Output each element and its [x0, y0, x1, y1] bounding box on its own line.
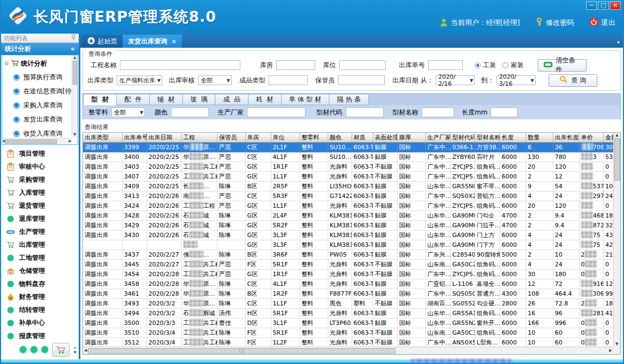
sidebar-item-5[interactable]: 退库管理	[1, 212, 79, 225]
tab-close-icon[interactable]: ×	[171, 38, 176, 45]
table-row[interactable]: 调拨出库34932020/3/2华原…陈琳C区1L1F整料黑色塑料不贴膜国标湖南…	[83, 298, 613, 308]
nav-dot-icon[interactable]	[20, 346, 27, 353]
sidebar-section-statistics[interactable]: 统计分析 «	[1, 43, 79, 55]
table-row[interactable]: 调拨出库34372020/2/27佛…陈琳B区3R6F整料PW056063-T5…	[83, 250, 613, 259]
close-button[interactable]: ×	[610, 1, 621, 10]
table-row[interactable]: 调拨出库34072020/2/25工共工程严思G区1L1F整料光身料6063-T…	[83, 171, 613, 181]
table-row[interactable]: 调拨出库34002020/2/25华原…严思C区4L1F整料SU10…6063-…	[83, 152, 613, 162]
table-row[interactable]: 调拨出库35102020/3/4工共工程陈琳F区5R1F整料光身料6063-T5…	[83, 328, 613, 337]
tree-item-0[interactable]: 预算执行查询	[4, 70, 72, 84]
table-row[interactable]: 调拨出库34282020/2/26石城陈琳G区2L4F整料KLM38176063…	[83, 210, 613, 220]
storehouse-input[interactable]	[276, 60, 315, 70]
nav-dot-icon[interactable]	[30, 346, 37, 353]
table-row[interactable]: 调拨出库35002020/3/3工共工程曹佳D区3L1F整料LT3P606063…	[83, 318, 613, 328]
sidebar-item-7[interactable]: 出库管理	[1, 238, 79, 251]
table-row[interactable]: 调拨出库34612020/2/28华原…陈琳B区1R2F整料F8877FT606…	[83, 289, 613, 298]
column-header-qty[interactable]: 数量	[526, 133, 553, 142]
table-row[interactable]: G区3L3F整料KLM38176063-T5贴膜国标山东华…GA90M09.门下…	[83, 240, 613, 250]
date-to-picker[interactable]: 2020/ 3/16▼	[496, 75, 536, 85]
table-row[interactable]: 调拨出库34542020/2/28工共工程严思G区1R1F整料光身料6063-T…	[83, 269, 613, 279]
tree-vertical-scrollbar[interactable]: ▲▼	[72, 55, 78, 138]
column-header-outlen[interactable]: 出库长度	[553, 133, 579, 142]
material-tab-3[interactable]: 玻 璃	[182, 94, 216, 105]
search-button[interactable]: 查 询	[549, 74, 597, 87]
column-header-type[interactable]: 出库类型	[83, 133, 122, 142]
sidebar-item-11[interactable]: $财务管理	[1, 290, 79, 303]
tab-shipment-outbound-query[interactable]: 发货出库查询 ×	[123, 35, 182, 48]
out-type-combo[interactable]: 生产领料出库▼	[117, 75, 162, 85]
table-row[interactable]: 调拨出库34452020/2/27工共工程严思F区5R1F整料光身料6063-T…	[83, 259, 613, 269]
sidebar-item-2[interactable]: 采购管理	[1, 173, 79, 186]
maximize-button[interactable]: □	[598, 1, 609, 10]
length-input[interactable]	[491, 107, 518, 117]
maker-input[interactable]	[247, 107, 305, 117]
sidebar-item-12[interactable]: 结转管理	[1, 303, 79, 316]
column-header-amount[interactable]: 金额	[603, 133, 613, 142]
sidebar-item-13[interactable]: 补单中心	[1, 316, 79, 329]
sidebar-item-14[interactable]: 报废管理	[1, 329, 79, 342]
material-tab-1[interactable]: 配 件	[116, 94, 150, 105]
column-header-whole[interactable]: 整零料	[300, 133, 328, 142]
collapse-icon[interactable]: «	[71, 45, 75, 53]
table-horizontal-scrollbar[interactable]: ◀ ||| ▶	[83, 347, 613, 354]
sidebar-item-8[interactable]: 工地管理	[1, 251, 79, 264]
radio-gongzhuang[interactable]: 工装	[475, 61, 496, 70]
column-header-len[interactable]: 长度	[500, 133, 526, 142]
table-vertical-scrollbar[interactable]: ▲▼	[613, 133, 620, 347]
column-header-keeper[interactable]: 保管员	[217, 133, 245, 142]
column-header-mat[interactable]: 材质	[352, 133, 373, 142]
product-type-input[interactable]	[269, 75, 308, 85]
tree-item-4[interactable]: 收货入库查询	[4, 126, 72, 138]
column-header-code[interactable]: 型材代码	[450, 133, 475, 142]
material-tab-5[interactable]: 耗 材	[248, 94, 282, 105]
nav-cart-button[interactable]	[52, 343, 69, 357]
column-header-date[interactable]: 出库日期	[147, 133, 181, 142]
color-input[interactable]	[171, 107, 209, 117]
column-header-proj[interactable]: 工程	[181, 133, 217, 142]
column-header-name[interactable]: 型材名称	[475, 133, 500, 142]
sidebar-item-10[interactable]: 物料盘存	[1, 277, 79, 290]
nav-dot-icon[interactable]	[41, 346, 48, 353]
date-from-picker[interactable]: 2020/ 2/16▼	[436, 75, 475, 85]
column-header-film[interactable]: 膜厚	[397, 133, 425, 142]
material-tab-4[interactable]: 成 品	[215, 94, 249, 105]
table-row[interactable]: 调拨出库35122020/3/4工共工程陈琳F区1L2F整料光身料6063-T5…	[83, 337, 613, 347]
change-password-button[interactable]: 修改密码	[535, 17, 574, 28]
tree-horizontal-scrollbar[interactable]: ◀▶	[2, 138, 72, 144]
tab-list-dropdown-icon[interactable]: ▾	[617, 40, 620, 45]
material-tab-2[interactable]: 辅 材	[149, 94, 183, 105]
column-header-maker[interactable]: 生产厂家	[425, 133, 450, 142]
minimize-button[interactable]: ─	[586, 1, 597, 10]
pin-icon[interactable]	[71, 34, 76, 42]
material-tab-6[interactable]: 单 体 型 材	[281, 94, 329, 105]
audit-combo[interactable]: 全部▼	[198, 75, 232, 85]
column-header-surf[interactable]: 表面处理	[373, 133, 397, 142]
tree-item-1[interactable]: 在途信息查询[待	[4, 84, 72, 98]
location-input[interactable]	[339, 60, 386, 70]
table-row[interactable]: 调拨出库34132020/2/26南…严思C区5R3F整料G714226063-…	[83, 191, 613, 201]
tree-expander-icon[interactable]: ⊟	[4, 61, 9, 66]
sidebar-item-1[interactable]: 审核中心	[1, 160, 79, 173]
material-tab-7[interactable]: 隔 热 条	[329, 94, 369, 105]
column-header-no[interactable]: 出库单号	[122, 133, 147, 142]
column-header-color[interactable]: 颜色	[328, 133, 352, 142]
tab-home[interactable]: 起始页	[82, 35, 123, 48]
column-header-loc[interactable]: 库位	[271, 133, 300, 142]
table-row[interactable]: 调拨出库34582020/2/28华原…陈琳C区4L1F整料光身料6063-T5…	[83, 279, 613, 289]
table-row[interactable]: 调拨出库34242020/2/26工工程严思G区1L1F整料光身料6063-T5…	[83, 201, 613, 210]
profile-code-input[interactable]	[346, 107, 384, 117]
tree-item-2[interactable]: 采购入库查询	[4, 98, 72, 112]
tree-root-statistics[interactable]: ⊟ 统计分析	[4, 57, 72, 70]
sidebar-item-9[interactable]: 仓储管理	[1, 264, 79, 277]
sidebar-item-3[interactable]: 入库管理	[1, 186, 79, 199]
table-row[interactable]: 调拨出库34032020/2/25工共工程严思G区1R1F整料光身料6063-T…	[83, 162, 613, 171]
table-row[interactable]: 调拨出库34092020/2/25长…陈琳B区2R5F整料LI35HO6063-…	[83, 181, 613, 191]
tree-item-3[interactable]: 发货出库查询	[4, 112, 72, 126]
nav-overflow-button[interactable]: »▾	[73, 346, 77, 354]
sidebar-item-6[interactable]: 生产管理	[1, 225, 79, 238]
sidebar-item-0[interactable]: 项目管理	[1, 147, 79, 160]
clear-conditions-button[interactable]: 清空条件	[538, 59, 587, 72]
table-row[interactable]: 调拨出库33992020/2/25华原…严思C区2L1F整料SU10…6063-…	[83, 142, 613, 152]
whole-part-combo[interactable]: 全部▼	[111, 107, 145, 117]
keeper-input[interactable]	[338, 75, 385, 85]
